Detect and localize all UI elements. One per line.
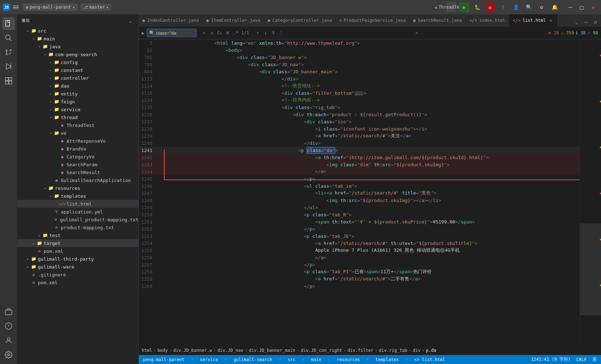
tree-item-categoryVo[interactable]: ▸ ◉ CategoryVo xyxy=(17,153,138,161)
status-path-gulimall-search[interactable]: gulimall-search xyxy=(232,357,274,362)
tree-item-brandVo[interactable]: ▸ ◉ BrandVo xyxy=(17,145,138,153)
tree-item-gitignore[interactable]: ▸ ◎ .gitignore xyxy=(17,271,138,279)
tree-item-searchParam[interactable]: ▸ ◉ SearchParam xyxy=(17,161,138,168)
status-lang[interactable]: 英 xyxy=(591,356,598,363)
minimap-slider[interactable] xyxy=(580,223,601,315)
tree-item-config[interactable]: ▸ 📁 config xyxy=(17,58,138,66)
tree-item-test[interactable]: ▸ 📁 test xyxy=(17,231,138,239)
sidebar-chevron-icon[interactable]: ⌄ xyxy=(127,17,134,24)
breadcrumb-html[interactable]: html xyxy=(142,348,152,353)
thread-test-selector[interactable]: ◉ ThreadTest ▾ xyxy=(446,2,456,12)
tab-split-button[interactable]: ⊡ xyxy=(591,18,600,26)
tree-item-java[interactable]: ▾ 📁 java xyxy=(17,43,138,50)
search-regex-button[interactable]: .* xyxy=(232,29,239,36)
breadcrumb-div[interactable]: div xyxy=(413,348,421,353)
status-encoding[interactable]: CRLF xyxy=(575,357,588,362)
tab-index-html[interactable]: </> index.html xyxy=(466,14,509,26)
tree-item-gulimall-third-party[interactable]: ▸ 📁 gulimall-third-party xyxy=(17,255,138,263)
tree-item-thread[interactable]: ▾ 📁 thread xyxy=(17,113,138,121)
branch-selector[interactable]: ⎇ master ▾ xyxy=(80,4,111,11)
tree-item-attrResponseVo[interactable]: ▸ ◉ AttrResponseVo xyxy=(17,137,138,145)
tree-item-dao[interactable]: ▸ 📁 dao xyxy=(17,82,138,90)
activity-settings[interactable] xyxy=(2,348,15,361)
activity-extensions[interactable] xyxy=(2,74,15,87)
tree-item-thread-test[interactable]: ▸ ◉ ThreadTest xyxy=(17,121,138,129)
tab-SearchResult[interactable]: ◉ SearchResult.java xyxy=(410,14,466,26)
tree-item-pom-xml-root[interactable]: ▸ m pom.xml xyxy=(17,279,138,286)
breadcrumb-div-jd-banner-main[interactable]: div.JD_banner_main xyxy=(249,348,295,353)
breadcrumb-div-filter[interactable]: div.filter xyxy=(347,348,373,353)
code-editor[interactable]: 2 <html lang="en" xmlns:th="http://www.t… xyxy=(139,39,580,346)
status-path-file[interactable]: <> list.html xyxy=(413,357,447,362)
tree-item-target[interactable]: ▸ 📁 target xyxy=(17,239,138,247)
settings-button[interactable]: ⚙ xyxy=(537,2,547,12)
status-path-service[interactable]: service xyxy=(199,357,220,362)
breadcrumb-body[interactable]: body xyxy=(157,348,168,353)
tree-item-pom-xml-1[interactable]: ▸ m pom.xml xyxy=(17,247,138,255)
search-case-button[interactable]: Cc xyxy=(216,29,223,36)
breadcrumb-div-rig-tab[interactable]: div.rig_tab xyxy=(379,348,407,353)
search-expand-icon[interactable]: ▶ xyxy=(142,30,145,36)
tab-ItemController[interactable]: ◉ ItemController.java xyxy=(203,14,264,26)
tree-item-controller[interactable]: ▸ 📁 controller xyxy=(17,74,138,82)
close-search-icon[interactable]: ✕ xyxy=(413,29,420,36)
minimap[interactable] xyxy=(580,39,601,346)
tree-item-vo[interactable]: ▾ 📁 vo xyxy=(17,129,138,137)
search-options-button[interactable]: ⋮ xyxy=(278,29,285,36)
tree-item-main[interactable]: ▾ 📁 main xyxy=(17,35,138,43)
notifications-button[interactable]: 🔔 xyxy=(549,2,560,12)
tab-IndexController[interactable]: ◉ IndexController.java xyxy=(139,14,203,26)
status-path-resources[interactable]: resources xyxy=(335,357,361,362)
tab-CategoryController[interactable]: ◉ CategoryController.java xyxy=(264,14,336,26)
tree-item-feign[interactable]: ▸ 📁 feign xyxy=(17,98,138,105)
status-project[interactable]: peng-mall-parent xyxy=(142,357,186,362)
breadcrumb-div-jd-nav[interactable]: div.JD_nav xyxy=(218,348,243,353)
tree-item-list-html[interactable]: ▸ </> list.html xyxy=(17,200,138,208)
tree-item-entity[interactable]: ▸ 📁 entity xyxy=(17,90,138,98)
tab-list-button[interactable]: ⌄ xyxy=(572,18,581,26)
debug-button[interactable]: 🐛 xyxy=(472,2,482,12)
breadcrumb-div-jd-con-right[interactable]: div.JD_con_right xyxy=(301,348,342,353)
stop-button[interactable]: ■ xyxy=(485,2,495,12)
search-bar-close-button[interactable]: ✕ xyxy=(413,29,420,36)
search-close-icon[interactable]: ✕ xyxy=(200,29,207,36)
status-path-src[interactable]: src xyxy=(286,357,297,362)
run-button[interactable]: ▶ xyxy=(459,2,469,12)
activity-remote[interactable] xyxy=(2,305,15,318)
close-button[interactable]: ✕ xyxy=(588,2,598,12)
search-prev-button[interactable]: ↑ xyxy=(254,29,261,36)
tab-close-list-html[interactable]: ✕ xyxy=(548,18,554,23)
tab-list-html[interactable]: </> list.html ✕ xyxy=(509,14,558,26)
breadcrumb-div-jd-banner[interactable]: div.JD_banner.w xyxy=(173,348,212,353)
tab-more-button[interactable]: ⋯ xyxy=(582,18,590,26)
maximize-button[interactable]: □ xyxy=(577,2,587,12)
tree-item-resources[interactable]: ▾ 📁 resources xyxy=(17,184,138,192)
search-button[interactable]: 🔍 xyxy=(524,2,534,12)
activity-accounts[interactable] xyxy=(2,334,15,347)
search-refresh-icon[interactable]: ↺ xyxy=(208,29,215,36)
tree-item-constant[interactable]: ▸ 📁 constant xyxy=(17,66,138,74)
search-filter-button[interactable]: ⊽ xyxy=(270,29,277,36)
status-position[interactable]: 1241:41 (9 字符) xyxy=(529,356,572,363)
tree-item-com-peng-search[interactable]: ▾ 📁 com-peng-search xyxy=(17,50,138,58)
activity-source-control[interactable] xyxy=(2,46,15,59)
status-path-main[interactable]: main xyxy=(309,357,323,362)
tree-item-product-mapping-full[interactable]: ▸ ≡ gulimall_product-mapping.txt xyxy=(17,216,138,223)
tree-item-gulimallSearchApp[interactable]: ▸ ◉ GulimallSearchApplication xyxy=(17,176,138,184)
tree-item-application-yml[interactable]: ▸ Y application.yml xyxy=(17,208,138,216)
more-button[interactable]: ⋮ xyxy=(498,2,508,12)
account-button[interactable]: 👤 xyxy=(511,2,521,12)
menu-icon[interactable] xyxy=(13,4,20,11)
activity-problems[interactable] xyxy=(2,320,15,333)
tree-item-templates[interactable]: ▾ 📁 templates xyxy=(17,192,138,200)
tab-ProductFeignService[interactable]: ◎ ProductFeignService.java xyxy=(336,14,410,26)
status-path-templates[interactable]: templates xyxy=(374,357,400,362)
activity-files[interactable] xyxy=(2,17,15,30)
minimize-button[interactable]: ─ xyxy=(565,2,575,12)
search-word-button[interactable]: W xyxy=(224,29,231,36)
tree-item-service[interactable]: ▸ 📁 service xyxy=(17,105,138,113)
activity-search[interactable] xyxy=(2,31,15,44)
breadcrumb-p-da[interactable]: p.da xyxy=(426,348,436,353)
tree-item-searchResult[interactable]: ▸ ◉ SearchResult xyxy=(17,168,138,176)
tree-item-gulimall-ware[interactable]: ▸ 📁 gulimall-ware xyxy=(17,263,138,271)
